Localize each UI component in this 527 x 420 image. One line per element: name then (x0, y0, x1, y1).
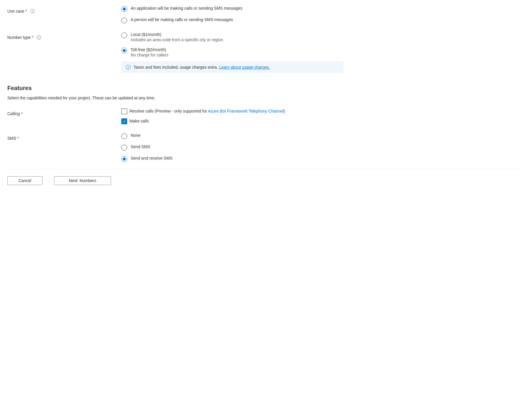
receive-calls-checkbox[interactable]: Receive calls (Preview - only supported … (121, 108, 520, 114)
radio-unselected-icon (121, 18, 127, 23)
radio-selected-icon (121, 6, 127, 12)
checkbox-unchecked-icon (121, 108, 127, 114)
required-indicator: * (32, 35, 33, 40)
features-description: Select the capabilities needed for your … (7, 96, 520, 100)
checkbox-checked-icon: ✓ (121, 118, 127, 124)
azure-bot-framework-link[interactable]: Azure Bot Framework Telephony Channel (208, 109, 284, 113)
calling-label: Calling * (7, 108, 121, 116)
radio-unselected-icon (121, 32, 127, 38)
required-indicator: * (21, 111, 23, 116)
make-calls-checkbox[interactable]: ✓ Make calls (121, 118, 520, 124)
info-icon[interactable]: i (30, 9, 34, 13)
info-icon: i (126, 65, 131, 70)
cancel-button[interactable]: Cancel (7, 176, 42, 185)
radio-selected-icon (121, 156, 127, 162)
learn-usage-charges-link[interactable]: Learn about usage charges. (219, 65, 270, 70)
number-type-tollfree-radio[interactable]: Toll-free ($2/month) No charge for calle… (121, 47, 520, 57)
usage-charges-info-box: i Taxes and fees included, usage charges… (121, 61, 343, 73)
radio-unselected-icon (121, 145, 127, 151)
radio-unselected-icon (121, 133, 127, 139)
required-indicator: * (25, 9, 27, 13)
sms-label: SMS * (7, 133, 121, 141)
number-type-label: Number type * i (7, 32, 121, 40)
features-heading: Features (7, 85, 520, 91)
sms-send-receive-radio[interactable]: Send and receive SMS (121, 156, 520, 162)
sms-send-radio[interactable]: Send SMS (121, 144, 520, 151)
use-case-person-radio[interactable]: A person will be making calls or sending… (121, 17, 520, 23)
info-icon[interactable]: i (37, 35, 41, 39)
use-case-application-radio[interactable]: An application will be making calls or s… (121, 6, 520, 12)
radio-selected-icon (121, 48, 127, 53)
required-indicator: * (17, 136, 19, 141)
divider (7, 169, 520, 169)
use-case-label: Use case * i (7, 6, 121, 13)
next-numbers-button[interactable]: Next: Numbers (54, 176, 111, 185)
number-type-local-radio[interactable]: Local ($1/month) Includes an area code f… (121, 32, 520, 42)
sms-none-radio[interactable]: None (121, 133, 520, 139)
